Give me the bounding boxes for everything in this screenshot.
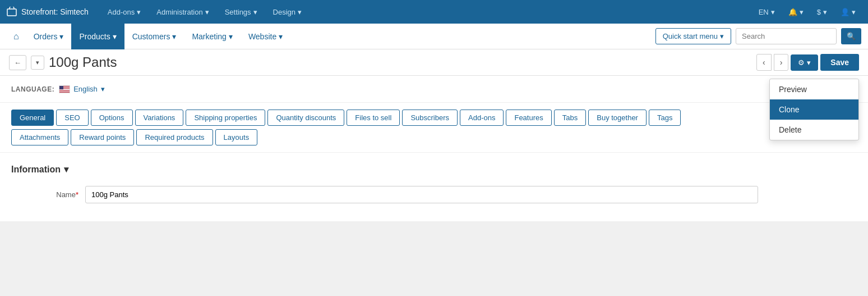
customers-menu[interactable]: Customers ▾ (124, 24, 184, 49)
svg-rect-0 (7, 9, 16, 16)
products-menu[interactable]: Products ▾ (71, 24, 124, 49)
chevron-icon: ▾ (113, 32, 117, 41)
top-nav-items: Add-ons ▾ Administration ▾ Settings ▾ De… (100, 0, 753, 24)
secondary-navigation-bar: ⌂ Orders ▾ Products ▾ Customers ▾ Market… (0, 24, 868, 49)
chevron-down-icon: ▾ (36, 59, 39, 66)
chevron-icon: ▾ (298, 8, 302, 16)
gear-dropdown-button[interactable]: ⚙ ▾ (791, 54, 818, 71)
currency-selector[interactable]: $ ▾ (811, 0, 833, 24)
header-right-controls: ‹ › ⚙ ▾ Save (756, 54, 859, 71)
chevron-icon: ▾ (852, 8, 856, 16)
tab-tags[interactable]: Tags (649, 110, 681, 126)
clone-menu-item[interactable]: Clone (770, 99, 858, 120)
tab-layouts[interactable]: Layouts (215, 129, 258, 145)
language-label: LANGUAGE: (11, 85, 54, 93)
chevron-icon: ▾ (172, 32, 176, 41)
chevron-icon: ▾ (137, 8, 141, 16)
section-header: Information ▾ (11, 164, 857, 175)
required-indicator: * (76, 190, 79, 199)
tab-variations[interactable]: Variations (135, 110, 184, 126)
flag-icon (59, 85, 70, 93)
chevron-down-icon: ▾ (64, 164, 68, 175)
chevron-icon: ▾ (205, 8, 209, 16)
preview-menu-item[interactable]: Preview (770, 79, 858, 99)
user-icon: 👤 (841, 8, 849, 16)
chevron-icon: ▾ (279, 32, 283, 41)
tab-features[interactable]: Features (506, 110, 551, 126)
prev-record-button[interactable]: ‹ (756, 54, 772, 71)
name-input[interactable] (85, 186, 758, 203)
orders-menu[interactable]: Orders ▾ (26, 24, 72, 49)
tab-reward-points[interactable]: Reward points (71, 129, 134, 145)
tab-seo[interactable]: SEO (56, 110, 88, 126)
bell-icon: 🔔 (788, 8, 797, 16)
left-arrow-icon: ‹ (763, 58, 765, 67)
store-logo[interactable]: Storefront: Simtech (7, 7, 89, 17)
search-icon: 🔍 (847, 32, 856, 40)
tab-attachments[interactable]: Attachments (11, 129, 68, 145)
chevron-down-icon: ▾ (720, 32, 724, 40)
name-field-row: Name* (11, 186, 857, 203)
tab-buy-together[interactable]: Buy together (588, 110, 647, 126)
tab-quantity-discounts[interactable]: Quantity discounts (267, 110, 344, 126)
marketing-menu[interactable]: Marketing ▾ (184, 24, 240, 49)
right-arrow-icon: › (780, 58, 783, 67)
back-arrow-icon: ← (14, 58, 21, 67)
chevron-icon: ▾ (253, 8, 257, 16)
tab-general[interactable]: General (11, 110, 54, 126)
tabs-row-2: Attachments Reward points Required produ… (0, 126, 868, 152)
page-title: 100g Pants (49, 54, 752, 70)
language-value: English (73, 85, 98, 93)
addons-menu[interactable]: Add-ons ▾ (100, 0, 149, 24)
design-menu[interactable]: Design ▾ (265, 0, 310, 24)
secondary-nav-items: Orders ▾ Products ▾ Customers ▾ Marketin… (26, 24, 655, 49)
store-icon (7, 7, 17, 17)
chevron-down-icon: ▾ (807, 58, 811, 67)
settings-menu[interactable]: Settings ▾ (217, 0, 265, 24)
form-section: Information ▾ Name* (0, 152, 868, 221)
tab-required-products[interactable]: Required products (136, 129, 213, 145)
language-selector[interactable]: EN ▾ (753, 0, 781, 24)
save-button[interactable]: Save (820, 54, 859, 71)
tab-addons[interactable]: Add-ons (460, 110, 504, 126)
chevron-down-icon: ▾ (101, 85, 105, 93)
gear-icon: ⚙ (798, 58, 805, 67)
chevron-icon: ▾ (59, 32, 63, 41)
tab-files-to-sell[interactable]: Files to sell (347, 110, 400, 126)
page-header: ← ▾ 100g Pants ‹ › ⚙ ▾ Save Preview Clon… (0, 49, 868, 76)
home-icon: ⌂ (13, 31, 19, 42)
currency-icon: $ (817, 8, 821, 16)
store-name: Storefront: Simtech (21, 7, 89, 16)
language-selector[interactable]: English ▾ (59, 85, 105, 93)
name-label: Name* (11, 190, 79, 199)
chevron-icon: ▾ (800, 8, 804, 16)
chevron-icon: ▾ (771, 8, 775, 16)
chevron-icon: ▾ (229, 32, 233, 41)
top-navigation-bar: Storefront: Simtech Add-ons ▾ Administra… (0, 0, 868, 24)
administration-menu[interactable]: Administration ▾ (149, 0, 216, 24)
tabs-row-1: General SEO Options Variations Shipping … (0, 103, 868, 126)
back-button[interactable]: ← (9, 55, 26, 70)
tab-shipping-properties[interactable]: Shipping properties (186, 110, 265, 126)
back-dropdown-button[interactable]: ▾ (31, 56, 44, 70)
gear-dropdown-menu: Preview Clone Delete (769, 79, 859, 140)
profile-button[interactable]: 👤 ▾ (835, 0, 861, 24)
delete-menu-item[interactable]: Delete (770, 120, 858, 140)
quick-start-button[interactable]: Quick start menu ▾ (655, 28, 731, 44)
website-menu[interactable]: Website ▾ (241, 24, 290, 49)
tab-subscribers[interactable]: Subscribers (402, 110, 458, 126)
search-button[interactable]: 🔍 (841, 28, 861, 44)
search-input[interactable] (736, 28, 837, 44)
top-bar-right-controls: EN ▾ 🔔 ▾ $ ▾ 👤 ▾ (753, 0, 861, 24)
language-bar: LANGUAGE: English ▾ (0, 76, 868, 103)
tab-options[interactable]: Options (91, 110, 133, 126)
chevron-icon: ▾ (823, 8, 827, 16)
secondary-bar-right: Quick start menu ▾ 🔍 (655, 28, 861, 44)
home-button[interactable]: ⌂ (7, 24, 26, 49)
content-area: LANGUAGE: English ▾ General SEO Options … (0, 76, 868, 221)
tab-tabs[interactable]: Tabs (554, 110, 586, 126)
notifications-button[interactable]: 🔔 ▾ (783, 0, 809, 24)
next-record-button[interactable]: › (774, 54, 789, 71)
